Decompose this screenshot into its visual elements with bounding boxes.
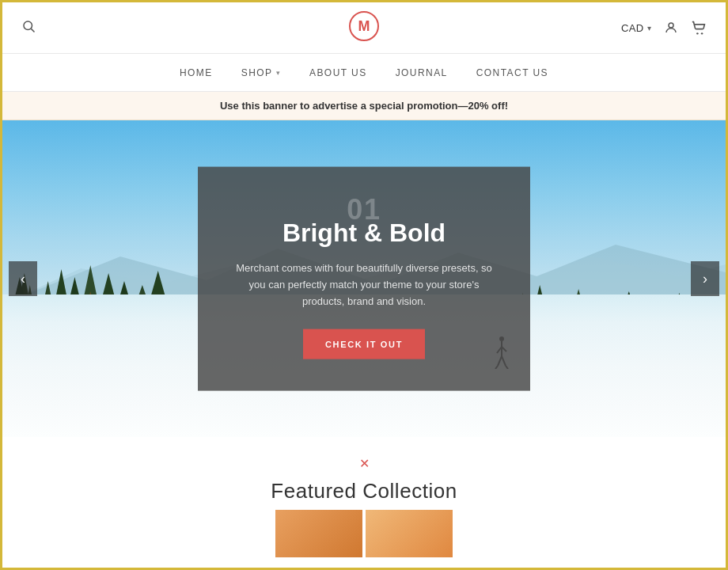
nav-item-home[interactable]: HOME — [180, 67, 213, 78]
slide-next-button[interactable]: › — [691, 261, 719, 296]
featured-icon: ✕ — [2, 456, 726, 471]
main-nav: HOME SHOP ▾ ABOUT US JOURNAL CONTACT US — [2, 54, 726, 92]
svg-point-0 — [24, 21, 32, 30]
logo-circle: M — [349, 11, 379, 41]
shop-chevron-icon: ▾ — [276, 69, 281, 77]
slide-content-box: 01 Bright & Bold Merchant comes with fou… — [198, 167, 530, 391]
svg-point-2 — [669, 23, 673, 28]
slide-cta-button[interactable]: CHECK IT OUT — [303, 329, 425, 359]
nav-item-about[interactable]: ABOUT US — [309, 67, 367, 78]
search-icon[interactable] — [21, 19, 36, 36]
prev-arrow-icon: ‹ — [21, 271, 25, 287]
banner-text: Use this banner to advertise a special p… — [220, 100, 508, 112]
svg-point-3 — [696, 32, 698, 34]
cart-icon[interactable] — [691, 21, 707, 35]
header-left — [21, 19, 36, 36]
currency-chevron-icon: ▾ — [647, 24, 651, 32]
slide-prev-button[interactable]: ‹ — [9, 261, 37, 296]
currency-selector[interactable]: CAD ▾ — [621, 22, 651, 34]
account-icon[interactable] — [664, 21, 678, 35]
nav-item-journal[interactable]: JOURNAL — [396, 67, 448, 78]
featured-section: ✕ Featured Collection — [2, 437, 726, 570]
slide-title: Bright & Bold — [233, 218, 495, 248]
currency-label: CAD — [621, 22, 644, 34]
logo-letter: M — [358, 18, 370, 35]
slide-description: Merchant comes with four beautifully div… — [233, 260, 495, 310]
featured-collection-title: Featured Collection — [2, 479, 726, 504]
nav-item-shop[interactable]: SHOP ▾ — [241, 67, 281, 78]
product-thumb-1[interactable] — [275, 510, 362, 557]
product-row — [2, 504, 726, 564]
svg-line-1 — [31, 28, 34, 32]
nav-item-contact[interactable]: CONTACT US — [476, 67, 548, 78]
product-thumb-2[interactable] — [366, 510, 453, 557]
nav-shop-label: SHOP — [241, 67, 273, 78]
logo[interactable]: M — [349, 11, 379, 41]
promo-banner: Use this banner to advertise a special p… — [2, 92, 726, 120]
svg-point-4 — [701, 32, 703, 34]
hero-section: 01 Bright & Bold Merchant comes with fou… — [2, 120, 726, 437]
header-right: CAD ▾ — [621, 21, 707, 35]
site-header: M CAD ▾ — [2, 2, 726, 54]
next-arrow-icon: › — [703, 271, 707, 287]
